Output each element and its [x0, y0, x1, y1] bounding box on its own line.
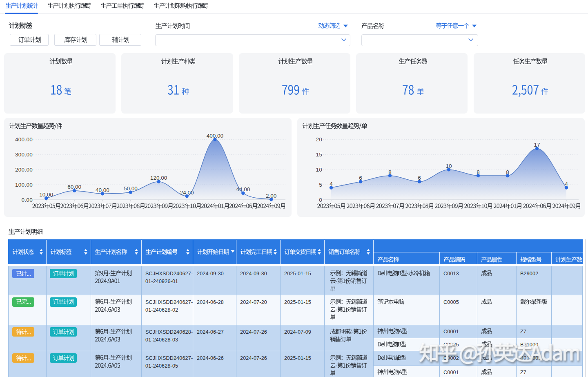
svg-text:8: 8	[506, 169, 509, 175]
svg-text:6: 6	[359, 175, 362, 181]
svg-text:400.00: 400.00	[207, 133, 223, 139]
svg-text:5: 5	[319, 182, 322, 188]
svg-text:4: 4	[565, 181, 568, 187]
svg-text:2.00: 2.00	[266, 193, 276, 199]
svg-text:50.00: 50.00	[124, 185, 138, 192]
svg-text:200.00: 200.00	[15, 167, 33, 173]
svg-text:4: 4	[330, 181, 333, 187]
svg-text:0: 0	[319, 197, 322, 203]
svg-text:60.00: 60.00	[67, 184, 81, 190]
svg-text:40.00: 40.00	[96, 187, 109, 193]
svg-text:0.00: 0.00	[22, 197, 33, 203]
svg-text:10: 10	[445, 163, 452, 169]
svg-text:8: 8	[477, 169, 480, 175]
svg-text:120.00: 120.00	[150, 175, 167, 181]
svg-text:8: 8	[388, 169, 392, 175]
svg-text:17: 17	[534, 142, 540, 148]
svg-text:100.00: 100.00	[15, 182, 33, 188]
svg-text:24.00: 24.00	[180, 190, 194, 196]
svg-text:10: 10	[316, 167, 322, 173]
svg-text:44.00: 44.00	[236, 186, 250, 192]
svg-text:20: 20	[316, 136, 322, 143]
svg-text:300.00: 300.00	[15, 152, 33, 158]
svg-text:10.00: 10.00	[39, 192, 53, 198]
svg-text:15: 15	[316, 152, 322, 158]
svg-text:400.00: 400.00	[15, 136, 33, 143]
svg-text:6: 6	[418, 175, 421, 181]
